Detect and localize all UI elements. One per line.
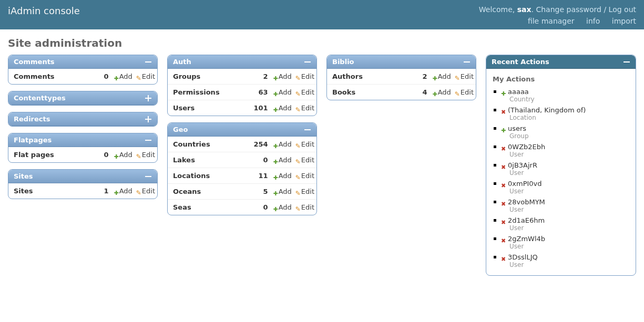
logout-link[interactable]: Log out <box>609 5 636 14</box>
edit-icon <box>295 142 301 148</box>
module-header[interactable]: Recent Actions <box>486 55 636 69</box>
collapse-icon[interactable] <box>145 58 152 66</box>
recent-action-link[interactable]: 2d1aE6hm <box>508 216 545 224</box>
recent-actions-subtitle: My Actions <box>493 75 629 83</box>
module-header[interactable]: Auth <box>168 55 316 69</box>
recent-action-link[interactable]: 28vobMYM <box>508 198 545 206</box>
model-link[interactable]: Locations <box>173 172 210 180</box>
edit-link[interactable]: Edit <box>295 188 314 195</box>
model-link[interactable]: Permissions <box>173 88 220 96</box>
recent-action-link[interactable]: aaaaa <box>508 88 529 96</box>
add-link[interactable]: Add <box>272 104 292 112</box>
model-link[interactable]: Groups <box>173 72 200 80</box>
recent-action-link[interactable]: 0jB3AjrR <box>508 161 537 169</box>
recent-action-link[interactable]: 2gZmWl4b <box>508 235 545 243</box>
model-count: 0 <box>250 200 270 215</box>
add-icon <box>272 158 278 163</box>
model-link[interactable]: Oceans <box>173 188 201 195</box>
app-column: CommentsComments0AddEditContenttypesRedi… <box>8 55 158 199</box>
model-link[interactable]: Comments <box>14 72 55 80</box>
edit-icon <box>136 152 141 158</box>
edit-link[interactable]: Edit <box>295 88 314 96</box>
expand-icon[interactable] <box>145 116 152 123</box>
recent-action-link[interactable]: users <box>508 124 526 132</box>
module-header[interactable]: Contenttypes <box>8 91 157 105</box>
add-link[interactable]: Add <box>272 140 292 148</box>
add-icon <box>432 74 437 80</box>
add-icon <box>113 152 119 158</box>
collapse-icon[interactable] <box>304 126 311 133</box>
collapse-icon[interactable] <box>463 58 471 66</box>
module-header[interactable]: Sites <box>8 170 157 183</box>
edit-link[interactable]: Edit <box>136 187 155 195</box>
edit-link[interactable]: Edit <box>295 140 314 148</box>
model-row: Books4AddEdit <box>327 85 476 100</box>
app-module: Contenttypes <box>8 91 158 106</box>
add-link[interactable]: Add <box>272 72 292 80</box>
model-link[interactable]: Users <box>173 104 195 112</box>
module-title: Recent Actions <box>492 58 549 66</box>
model-link[interactable]: Flat pages <box>14 151 54 159</box>
add-link[interactable]: Add <box>272 156 292 164</box>
recent-action-type: User <box>509 188 629 195</box>
edit-link[interactable]: Edit <box>454 88 474 96</box>
recent-action-item: 0WZb2EbhUser <box>493 141 629 160</box>
model-link[interactable]: Authors <box>332 72 363 80</box>
model-link[interactable]: Sites <box>14 187 33 195</box>
add-link[interactable]: Add <box>272 172 292 180</box>
delete-icon <box>501 255 507 261</box>
module-title: Biblio <box>332 58 354 66</box>
edit-link[interactable]: Edit <box>295 203 314 211</box>
recent-action-type: User <box>509 243 629 250</box>
model-link[interactable]: Lakes <box>173 156 195 164</box>
add-link[interactable]: Add <box>113 151 132 159</box>
edit-link[interactable]: Edit <box>295 72 314 80</box>
recent-action-link[interactable]: 0xmPI0vd <box>508 180 542 188</box>
module-header[interactable]: Geo <box>168 123 316 137</box>
model-link[interactable]: Seas <box>173 203 191 211</box>
add-icon <box>272 90 278 96</box>
edit-link[interactable]: Edit <box>295 156 314 164</box>
add-link[interactable]: Add <box>432 88 451 96</box>
add-link[interactable]: Add <box>113 72 132 80</box>
collapse-icon[interactable] <box>623 58 630 66</box>
recent-action-type: User <box>509 261 629 268</box>
nav-info[interactable]: info <box>586 17 600 25</box>
change-password-link[interactable]: Change password <box>536 5 601 14</box>
edit-link[interactable]: Edit <box>295 172 314 180</box>
add-icon <box>501 89 507 95</box>
module-header[interactable]: Flatpages <box>8 133 157 147</box>
nav-file-manager[interactable]: file manager <box>528 17 575 25</box>
edit-icon <box>295 74 301 80</box>
edit-link[interactable]: Edit <box>454 72 474 80</box>
recent-action-link[interactable]: (Thailand, Kingdom of) <box>508 106 586 114</box>
edit-link[interactable]: Edit <box>136 72 155 80</box>
edit-icon <box>136 189 141 194</box>
app-column: AuthGroups2AddEditPermissions63AddEditUs… <box>167 55 317 215</box>
model-link[interactable]: Countries <box>173 140 210 148</box>
collapse-icon[interactable] <box>145 137 152 144</box>
delete-icon <box>501 181 507 187</box>
nav-import[interactable]: import <box>612 17 636 25</box>
model-count: 11 <box>250 168 270 184</box>
model-row: Permissions63AddEdit <box>168 85 316 100</box>
recent-action-item: (Thailand, Kingdom of)Location <box>493 105 629 123</box>
recent-action-link[interactable]: 3DsslLJQ <box>508 253 538 261</box>
add-link[interactable]: Add <box>272 203 292 211</box>
app-column: BiblioAuthors2AddEditBooks4AddEdit <box>326 55 476 100</box>
module-header[interactable]: Comments <box>8 55 157 69</box>
module-header[interactable]: Biblio <box>327 55 476 69</box>
add-link[interactable]: Add <box>432 72 451 80</box>
add-link[interactable]: Add <box>272 188 292 195</box>
module-header[interactable]: Redirects <box>8 112 157 126</box>
header-user-area: Welcome, sax. Change password / Log out … <box>479 5 636 25</box>
collapse-icon[interactable] <box>145 173 152 180</box>
collapse-icon[interactable] <box>304 58 311 66</box>
model-link[interactable]: Books <box>332 88 355 96</box>
add-link[interactable]: Add <box>113 187 132 195</box>
expand-icon[interactable] <box>145 95 152 102</box>
edit-link[interactable]: Edit <box>136 151 155 159</box>
edit-link[interactable]: Edit <box>295 104 314 112</box>
recent-action-link[interactable]: 0WZb2Ebh <box>508 143 545 151</box>
add-link[interactable]: Add <box>272 88 292 96</box>
